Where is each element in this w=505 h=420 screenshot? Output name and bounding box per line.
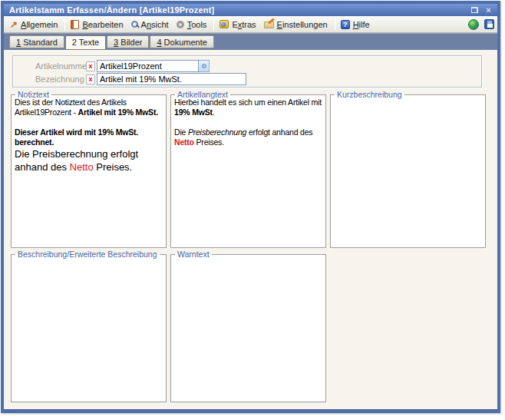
menu-bar: ↗ Allgemein Bearbeiten Ansicht Tools Ext… — [4, 16, 497, 33]
magnifier-icon — [131, 21, 138, 28]
tab-texte[interactable]: 2 Texte — [65, 35, 106, 50]
menu-allgemein[interactable]: ↗ Allgemein — [7, 18, 62, 31]
menu-separator — [213, 18, 214, 31]
artikelnummer-input[interactable] — [97, 60, 199, 72]
bezeichnung-input[interactable] — [97, 73, 246, 85]
notiztext-label: Notiztext — [15, 90, 51, 99]
menu-einstellungen[interactable]: Einstellungen — [261, 18, 332, 31]
save-icon[interactable] — [484, 19, 494, 29]
restore-icon — [471, 7, 478, 13]
artikelnummer-label: Artikelnummer — [35, 61, 86, 71]
close-button[interactable]: × — [483, 5, 494, 15]
article-header-panel: Artikelnummer x Bezeichnung x — [12, 55, 482, 88]
bezeichnung-label: Bezeichnung — [35, 74, 86, 84]
title-bar: Artikelstamm Erfassen/Ändern [Artikel19P… — [4, 4, 497, 16]
menu-tools[interactable]: Tools — [173, 18, 212, 31]
tab-bilder[interactable]: 3 Bilder — [107, 35, 149, 48]
warntext-label: Warntext — [175, 250, 212, 259]
notiztext-box: Notiztext Dies ist der Notiztext des Art… — [11, 94, 167, 248]
clear-field-button[interactable]: x — [86, 61, 95, 71]
close-icon: × — [486, 6, 490, 14]
beschreibung-box: Beschreibung/Erweiterte Beschreibung — [11, 254, 167, 402]
menu-extras[interactable]: Extras — [216, 18, 260, 31]
menu-hilfe[interactable]: ? Hilfe — [338, 18, 375, 31]
edit-book-icon — [71, 20, 79, 29]
artikellangtext-textarea[interactable]: Hierbei handelt es sich um einen Artikel… — [171, 95, 325, 150]
kurzbeschreibung-box: Kurzbeschreibung — [330, 94, 486, 248]
menu-separator — [335, 18, 335, 31]
kurzbeschreibung-label: Kurzbeschreibung — [335, 90, 404, 99]
restore-button[interactable] — [469, 5, 480, 15]
gear-icon — [177, 21, 184, 28]
content-area: Artikelnummer x Bezeichnung x Notiztext … — [4, 50, 497, 409]
lookup-button[interactable] — [199, 60, 210, 72]
settings-folder-icon — [264, 21, 274, 28]
warntext-box: Warntext — [170, 254, 326, 402]
app-window: Artikelstamm Erfassen/Ändern [Artikel19P… — [1, 1, 500, 413]
artikellangtext-label: Artikellangtext — [175, 90, 230, 99]
beschreibung-label: Beschreibung/Erweiterte Beschreibung — [15, 250, 160, 259]
clear-field-button[interactable]: x — [86, 74, 95, 84]
menu-separator — [64, 18, 65, 31]
tab-dokumente[interactable]: 4 Dokumente — [150, 35, 213, 48]
lookup-icon — [202, 64, 206, 68]
tab-strip: 1 Standard 2 Texte 3 Bilder 4 Dokumente — [4, 33, 497, 50]
window-title: Artikelstamm Erfassen/Ändern [Artikel19P… — [9, 5, 467, 15]
globe-icon[interactable] — [468, 19, 479, 30]
artikellangtext-box: Artikellangtext Hierbei handelt es sich … — [170, 94, 326, 248]
help-icon: ? — [341, 20, 350, 29]
menu-ansicht[interactable]: Ansicht — [128, 18, 173, 31]
red-x-icon: x — [88, 62, 92, 70]
arrow-icon: ↗ — [10, 20, 18, 29]
menu-bearbeiten[interactable]: Bearbeiten — [68, 18, 127, 31]
tab-standard[interactable]: 1 Standard — [9, 35, 64, 48]
red-x-icon: x — [88, 75, 92, 83]
extras-icon — [219, 20, 229, 28]
notiztext-textarea[interactable]: Dies ist der Notiztext des Artikels Arti… — [12, 95, 166, 176]
